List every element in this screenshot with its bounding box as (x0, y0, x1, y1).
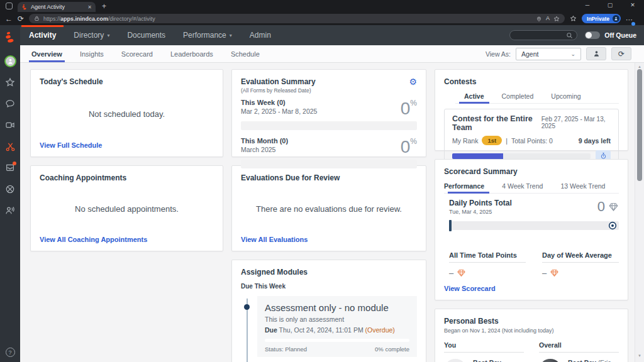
scrollbar-thumb[interactable] (637, 69, 642, 181)
chat-icon[interactable] (0, 93, 20, 114)
evaluations-due-card: Evaluations Due for Review There are no … (231, 165, 426, 251)
week-percent: 0% (401, 99, 417, 119)
app-nav: Activity Directory▾ Documents Performanc… (20, 25, 644, 45)
tab-layout-icon[interactable] (6, 3, 13, 9)
gem-icon (457, 268, 466, 278)
month-percent: 0% (401, 137, 417, 157)
scorecard-tab-4week[interactable]: 4 Week Trend (493, 178, 552, 193)
card-subtitle: Began on Nov 1, 2024 (Not including toda… (444, 327, 619, 334)
lock-icon (34, 16, 40, 21)
address-bar[interactable]: https://apps.inindca.com/directory/#/act… (29, 14, 565, 23)
my-rank-label: My Rank (452, 137, 478, 145)
inbox-notification-dot (13, 162, 16, 165)
module-status: Status: Planned (265, 346, 307, 353)
card-title: Scorecard Summary (444, 167, 619, 176)
days-left: 9 days left (579, 137, 611, 145)
nav-item-directory[interactable]: Directory▾ (65, 25, 118, 45)
window-minimize-icon[interactable]: ─ (576, 0, 599, 12)
view-all-evaluations-link[interactable]: View All Evaluations (241, 236, 417, 243)
evaluation-summary-card: Evaluation Summary (All Forms by Release… (231, 69, 426, 157)
month-range: March 2025 (241, 146, 288, 153)
month-label: This Month (0) (241, 137, 288, 145)
contests-card: Contests Active Completed Upcoming Conte… (435, 69, 628, 151)
contest-name: Contest for the Entire Team (452, 114, 541, 132)
genesys-logo (4, 30, 16, 44)
favorites-icon[interactable] (0, 72, 20, 93)
nav-item-activity[interactable]: Activity (20, 25, 65, 45)
module-item[interactable]: Assessment only - no module This is only… (257, 296, 417, 357)
contest-progress-bar (452, 153, 591, 159)
card-title: Coaching Appointments (40, 173, 214, 182)
circle-x-icon[interactable] (0, 178, 20, 200)
personal-bests-card: Personal Bests Began on Nov 1, 2024 (Not… (435, 309, 628, 362)
scrollbar[interactable]: ▲ ▼ (635, 63, 644, 362)
card-title: Assigned Modules (241, 268, 417, 277)
view-all-coaching-link[interactable]: View All Coaching Appointments (40, 236, 214, 243)
agent-icon[interactable] (0, 200, 20, 221)
contests-tab-upcoming[interactable]: Upcoming (542, 89, 589, 103)
tab-insights[interactable]: Insights (71, 45, 113, 62)
profile-avatar-icon (613, 15, 619, 22)
favorites-bar-icon[interactable] (570, 15, 577, 22)
all-time-label: All Time Total Points (449, 251, 526, 263)
refresh-button[interactable]: ⟳ (611, 47, 631, 60)
window-maximize-icon[interactable]: ▢ (599, 0, 621, 12)
contests-tab-active[interactable]: Active (455, 89, 493, 103)
view-as-select[interactable]: Agent ⌄ (516, 48, 581, 60)
tab-overview[interactable]: Overview (23, 45, 71, 62)
rank-badge: 1st (482, 136, 502, 145)
view-scorecard-link[interactable]: View Scorecard (444, 285, 619, 292)
scorecard-summary-card: Scorecard Summary Performance 4 Week Tre… (435, 159, 628, 300)
scissors-icon[interactable] (0, 136, 20, 157)
queue-toggle[interactable] (585, 31, 600, 39)
tab-scorecard[interactable]: Scorecard (113, 45, 162, 62)
empty-message: There are no evaluations due for review. (241, 182, 417, 236)
card-title: Contests (444, 77, 619, 86)
empty-message: Not scheduled today. (40, 86, 214, 141)
inprivate-badge[interactable]: InPrivate (582, 14, 621, 23)
daily-points-label: Daily Points Total (449, 199, 512, 207)
location-icon[interactable] (536, 16, 542, 22)
scroll-up-icon[interactable]: ▲ (635, 65, 644, 69)
video-icon[interactable] (0, 114, 20, 136)
reload-icon[interactable]: ⟳ (18, 15, 24, 23)
contest-dates: Feb 27, 2025 - Mar 13, 2025 (541, 116, 611, 129)
tab-title: Agent Activity (31, 4, 84, 10)
nav-item-admin[interactable]: Admin (241, 25, 280, 45)
best-day-label: Best Day (Eric Lum) (568, 359, 619, 362)
read-aloud-icon[interactable]: A (546, 16, 550, 21)
help-icon[interactable]: ? (0, 348, 20, 357)
scorecard-tab-performance[interactable]: Performance (444, 178, 493, 193)
new-tab-icon[interactable]: + (102, 2, 106, 11)
back-icon[interactable]: ← (5, 15, 13, 23)
browser-chrome: Agent Activity ✕ + ─ ▢ ✕ ← ⟳ https://app… (0, 0, 644, 25)
inbox-icon[interactable] (0, 157, 20, 178)
tab-schedule[interactable]: Schedule (222, 45, 269, 62)
avatar (444, 359, 467, 362)
target-icon (608, 221, 618, 231)
browser-toolbar: ← ⟳ https://apps.inindca.com/directory/#… (0, 12, 644, 25)
card-title: Evaluation Summary (241, 77, 316, 86)
tab-leaderboards[interactable]: Leaderboards (162, 45, 222, 62)
search-input[interactable] (514, 32, 564, 39)
chevron-down-icon: ▾ (230, 33, 232, 38)
contests-tab-completed[interactable]: Completed (493, 89, 543, 103)
nav-item-performance[interactable]: Performance▾ (174, 25, 241, 45)
org-view-button[interactable] (586, 47, 606, 60)
presence-avatar[interactable] (0, 50, 20, 72)
overdue-badge: (Overdue) (365, 326, 395, 334)
favorite-star-icon[interactable] (553, 16, 560, 22)
browser-tab[interactable]: Agent Activity ✕ (18, 2, 96, 12)
scorecard-tab-13week[interactable]: 13 Week Trend (552, 178, 614, 193)
gear-icon[interactable]: ⚙ (409, 77, 417, 86)
global-search[interactable] (509, 30, 577, 40)
browser-menu[interactable]: ⋯ (626, 13, 633, 25)
tab-close-icon[interactable]: ✕ (87, 4, 92, 10)
window-close-icon[interactable]: ✕ (621, 0, 644, 12)
scroll-down-icon[interactable]: ▼ (635, 354, 644, 358)
nav-item-documents[interactable]: Documents (118, 25, 174, 45)
view-full-schedule-link[interactable]: View Full Schedule (40, 141, 214, 149)
daily-points-value: 0 (597, 199, 619, 215)
all-time-value: – (449, 268, 526, 278)
view-as-label: View As: (486, 50, 511, 58)
